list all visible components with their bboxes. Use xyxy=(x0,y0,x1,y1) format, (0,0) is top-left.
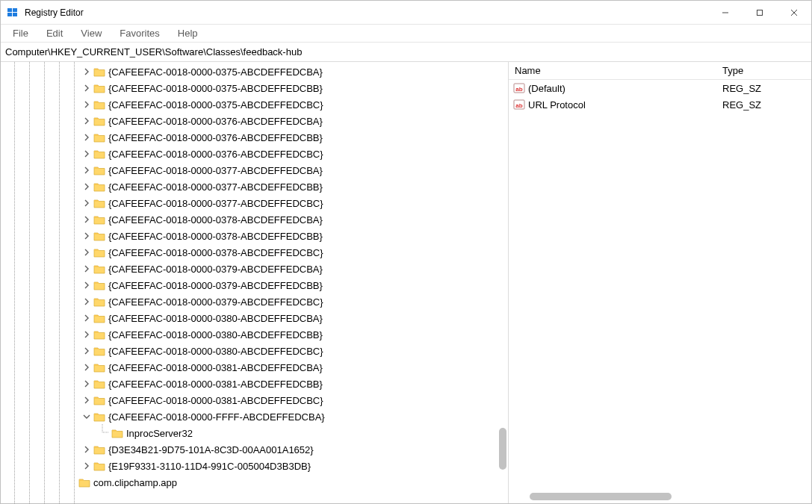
folder-icon xyxy=(93,132,105,143)
tree-item[interactable]: {CAFEEFAC-0018-0000-0375-ABCDEFFEDCBA} xyxy=(1,63,508,80)
chevron-right-icon[interactable] xyxy=(81,462,92,470)
close-button[interactable] xyxy=(777,1,811,25)
tree-item[interactable]: {CAFEEFAC-0018-0000-0377-ABCDEFFEDCBC} xyxy=(1,195,508,211)
chevron-right-icon[interactable] xyxy=(81,446,92,453)
folder-icon xyxy=(93,247,105,258)
folder-icon xyxy=(93,296,105,307)
tree-item-label: {CAFEEFAC-0018-0000-0376-ABCDEFFEDCBC} xyxy=(108,149,323,160)
chevron-right-icon[interactable] xyxy=(81,232,92,240)
tree-item-label: {CAFEEFAC-0018-0000-0379-ABCDEFFEDCBA} xyxy=(108,264,323,275)
window-buttons xyxy=(708,1,811,25)
tree-item[interactable]: {CAFEEFAC-0018-0000-0378-ABCDEFFEDCBC} xyxy=(1,244,508,261)
tree-item[interactable]: {CAFEEFAC-0018-0000-0381-ABCDEFFEDCBA} xyxy=(1,359,508,376)
tree-item[interactable]: {CAFEEFAC-0018-0000-0377-ABCDEFFEDCBA} xyxy=(1,162,508,178)
chevron-right-icon[interactable] xyxy=(81,380,92,388)
svg-rect-2 xyxy=(7,13,12,16)
folder-icon xyxy=(93,379,105,389)
tree-item[interactable]: {CAFEEFAC-0018-0000-0378-ABCDEFFEDCBB} xyxy=(1,228,508,244)
tree-item-label: {CAFEEFAC-0018-0000-0378-ABCDEFFEDCBB} xyxy=(108,231,323,242)
menu-help[interactable]: Help xyxy=(170,26,205,40)
chevron-right-icon[interactable] xyxy=(81,101,92,108)
tree-item[interactable]: InprocServer32 xyxy=(1,425,508,441)
col-type[interactable]: Type xyxy=(716,65,811,76)
string-value-icon: ab xyxy=(513,99,525,111)
chevron-right-icon[interactable] xyxy=(81,199,92,207)
address-bar[interactable]: Computer\HKEY_CURRENT_USER\Software\Clas… xyxy=(1,43,811,62)
chevron-right-icon[interactable] xyxy=(81,331,92,338)
chevron-right-icon[interactable] xyxy=(81,249,92,256)
values-header: Name Type xyxy=(509,62,811,80)
tree-item[interactable]: {CAFEEFAC-0018-0000-0376-ABCDEFFEDCBC} xyxy=(1,146,508,162)
svg-rect-0 xyxy=(7,8,12,12)
tree-item[interactable]: {E19F9331-3110-11D4-991C-005004D3B3DB} xyxy=(1,458,508,474)
folder-icon xyxy=(93,99,105,110)
chevron-right-icon[interactable] xyxy=(81,281,92,289)
tree-item-label: {CAFEEFAC-0018-0000-0380-ABCDEFFEDCBB} xyxy=(108,329,323,340)
chevron-right-icon[interactable] xyxy=(81,298,92,305)
tree-item[interactable]: {CAFEEFAC-0018-0000-0375-ABCDEFFEDCBB} xyxy=(1,80,508,96)
chevron-down-icon[interactable] xyxy=(81,413,92,420)
chevron-right-icon[interactable] xyxy=(81,265,92,273)
tree-item[interactable]: {CAFEEFAC-0018-0000-0381-ABCDEFFEDCBB} xyxy=(1,376,508,392)
folder-icon xyxy=(93,149,105,159)
tree-item[interactable]: {CAFEEFAC-0018-0000-0376-ABCDEFFEDCBB} xyxy=(1,129,508,146)
tree-item-label: {CAFEEFAC-0018-0000-0381-ABCDEFFEDCBA} xyxy=(108,362,323,373)
tree-item[interactable]: {CAFEEFAC-0018-0000-0379-ABCDEFFEDCBA} xyxy=(1,261,508,277)
tree-item[interactable]: {CAFEEFAC-0018-0000-0379-ABCDEFFEDCBC} xyxy=(1,293,508,310)
tree-item[interactable]: {CAFEEFAC-0018-0000-0380-ABCDEFFEDCBB} xyxy=(1,326,508,343)
menu-edit[interactable]: Edit xyxy=(39,26,70,40)
tree-item[interactable]: {CAFEEFAC-0018-0000-0380-ABCDEFFEDCBC} xyxy=(1,343,508,359)
chevron-right-icon[interactable] xyxy=(81,134,92,141)
tree-item-label: {CAFEEFAC-0018-0000-0375-ABCDEFFEDCBC} xyxy=(108,99,323,111)
tree-item[interactable]: {CAFEEFAC-0018-0000-0376-ABCDEFFEDCBA} xyxy=(1,113,508,129)
tree-item[interactable]: com.clipchamp.app xyxy=(1,474,508,491)
folder-icon xyxy=(93,198,105,208)
chevron-right-icon[interactable] xyxy=(81,84,92,92)
col-name[interactable]: Name xyxy=(509,65,716,76)
values-hscroll-thumb[interactable] xyxy=(530,493,672,500)
value-row[interactable]: abURL ProtocolREG_SZ xyxy=(509,96,811,113)
value-name: (Default) xyxy=(528,83,716,94)
tree-item[interactable]: {D3E34B21-9D75-101A-8C3D-00AA001A1652} xyxy=(1,441,508,458)
folder-icon xyxy=(93,214,105,225)
tree-item[interactable]: {CAFEEFAC-0018-0000-0377-ABCDEFFEDCBB} xyxy=(1,178,508,195)
chevron-right-icon[interactable] xyxy=(81,117,92,125)
chevron-right-icon[interactable] xyxy=(81,216,92,223)
maximize-button[interactable] xyxy=(743,1,777,25)
tree-item-label: {CAFEEFAC-0018-0000-0380-ABCDEFFEDCBA} xyxy=(108,313,323,324)
tree-item[interactable]: {CAFEEFAC-0018-0000-0381-ABCDEFFEDCBC} xyxy=(1,392,508,408)
tree-item-label: {CAFEEFAC-0018-0000-0376-ABCDEFFEDCBB} xyxy=(108,132,323,143)
menu-view[interactable]: View xyxy=(73,26,109,40)
chevron-right-icon[interactable] xyxy=(81,167,92,174)
chevron-right-icon[interactable] xyxy=(81,347,92,355)
folder-icon xyxy=(78,477,90,488)
tree-item[interactable]: {CAFEEFAC-0018-0000-0380-ABCDEFFEDCBA} xyxy=(1,310,508,326)
tree-item[interactable]: {CAFEEFAC-0018-0000-0378-ABCDEFFEDCBA} xyxy=(1,211,508,228)
chevron-right-icon[interactable] xyxy=(81,150,92,158)
value-row[interactable]: ab(Default)REG_SZ xyxy=(509,80,811,96)
tree-item[interactable]: {CAFEEFAC-0018-0000-0379-ABCDEFFEDCBB} xyxy=(1,277,508,293)
folder-icon xyxy=(93,313,105,323)
folder-icon xyxy=(93,362,105,373)
menu-favorites[interactable]: Favorites xyxy=(112,26,167,40)
chevron-right-icon[interactable] xyxy=(81,396,92,404)
chevron-right-icon[interactable] xyxy=(81,364,92,371)
values-list[interactable]: ab(Default)REG_SZabURL ProtocolREG_SZ xyxy=(509,80,811,113)
tree-item[interactable]: {CAFEEFAC-0018-0000-0375-ABCDEFFEDCBC} xyxy=(1,96,508,113)
chevron-right-icon[interactable] xyxy=(81,314,92,322)
chevron-right-icon[interactable] xyxy=(81,68,92,75)
values-hscroll[interactable] xyxy=(515,493,805,500)
app-icon xyxy=(7,7,19,19)
menu-file[interactable]: File xyxy=(5,26,36,40)
tree-item[interactable]: {CAFEEFAC-0018-0000-FFFF-ABCDEFFEDCBA} xyxy=(1,408,508,425)
tree-item-label: {CAFEEFAC-0018-0000-0381-ABCDEFFEDCBC} xyxy=(108,395,323,406)
tree-scrollbar-thumb[interactable] xyxy=(499,428,506,470)
minimize-button[interactable] xyxy=(708,1,743,25)
tree-item-label: {CAFEEFAC-0018-0000-0377-ABCDEFFEDCBB} xyxy=(108,181,323,193)
chevron-right-icon[interactable] xyxy=(81,183,92,190)
address-path: Computer\HKEY_CURRENT_USER\Software\Clas… xyxy=(5,46,302,57)
registry-tree[interactable]: {CAFEEFAC-0018-0000-0375-ABCDEFFEDCBA}{C… xyxy=(1,62,508,503)
svg-text:ab: ab xyxy=(515,102,522,109)
tree-item-label: {CAFEEFAC-0018-0000-0381-ABCDEFFEDCBB} xyxy=(108,379,323,390)
folder-icon xyxy=(93,66,105,77)
